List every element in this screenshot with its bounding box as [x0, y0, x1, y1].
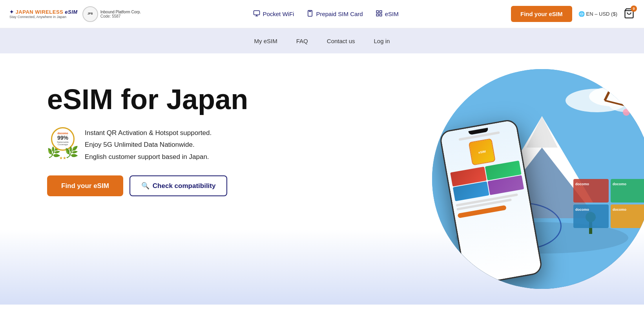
language-selector[interactable]: 🌐 EN – USD ($) [578, 11, 617, 17]
svg-point-18 [614, 88, 623, 97]
svg-rect-0 [254, 11, 260, 15]
sub-nav-my-esim[interactable]: My eSIM [254, 38, 277, 44]
svg-point-16 [634, 108, 642, 115]
hero-section: eSIM for Japan 🌿 docomo 99% NationwideCo… [0, 53, 644, 305]
cart-button[interactable]: 0 [624, 8, 635, 20]
sim-icon [306, 10, 314, 18]
hero-circle-bg: docomo docomo docomo docomo ✈ eSIM [432, 69, 644, 289]
nav-esim-label: eSIM [385, 11, 399, 17]
esim-icon [376, 10, 383, 18]
hero-left: eSIM for Japan 🌿 docomo 99% NationwideCo… [47, 85, 298, 196]
svg-rect-7 [379, 14, 381, 16]
svg-point-17 [623, 109, 630, 116]
svg-point-19 [627, 88, 633, 94]
sub-nav-contact[interactable]: Contact us [327, 38, 355, 44]
search-icon: 🔍 [141, 182, 150, 190]
svg-rect-6 [376, 14, 378, 16]
hero-badge-row: 🌿 docomo 99% NationwideCoverage 🌿 ★★ Ins… [47, 127, 298, 163]
sub-nav-faq[interactable]: FAQ [296, 38, 308, 44]
partner-badge-circle: JPB [82, 6, 98, 22]
esim-chip: eSIM [468, 138, 496, 166]
nav-prepaid-sim-label: Prepaid SIM Card [316, 11, 363, 17]
svg-rect-4 [376, 11, 378, 13]
check-compatibility-button[interactable]: 🔍 Check compatibility [130, 175, 228, 196]
docomo-label: docomo [57, 132, 68, 135]
logo-group: ✦ JAPAN WIRELESS eSIM Stay Connected, An… [9, 6, 141, 22]
docomo-badge: 🌿 docomo 99% NationwideCoverage 🌿 ★★ [47, 127, 78, 159]
svg-text:docomo: docomo [575, 182, 589, 186]
svg-text:docomo: docomo [613, 182, 627, 186]
svg-text:docomo: docomo [613, 208, 627, 212]
partner-code: Code: 5587 [100, 14, 141, 18]
laurel-right-icon: 🌿 [65, 146, 78, 159]
find-esim-hero-button[interactable]: Find your eSIM [47, 175, 123, 196]
nav-pocket-wifi[interactable]: Pocket WiFi [253, 10, 294, 18]
wifi-icon [253, 10, 260, 18]
hero-buttons: Find your eSIM 🔍 Check compatibility [47, 175, 298, 196]
stars: ★★ [59, 156, 66, 160]
right-nav: Find your eSIM 🌐 EN – USD ($) 0 [511, 6, 635, 22]
lang-label: EN – USD ($) [586, 11, 617, 17]
partner-company: Inbound Platform Corp. [100, 10, 141, 14]
globe-icon: 🌐 [578, 11, 585, 17]
partner-badge: JPB Inbound Platform Corp. Code: 5587 [82, 6, 141, 22]
hero-right: docomo docomo docomo docomo ✈ eSIM [424, 53, 644, 305]
check-compat-label: Check compatibility [153, 182, 216, 190]
sub-nav: My eSIM FAQ Contact us Log in [0, 28, 644, 53]
brand-name: ✦ JAPAN WIRELESS eSIM [9, 9, 78, 15]
hero-features: Instant QR Activation & Hotspot supporte… [85, 127, 212, 163]
svg-rect-5 [379, 11, 381, 13]
nav-esim[interactable]: eSIM [376, 10, 399, 18]
center-nav: Pocket WiFi Prepaid SIM Card eSIM [253, 10, 398, 18]
top-nav: ✦ JAPAN WIRELESS eSIM Stay Connected, An… [0, 0, 644, 28]
brand-tagline: Stay Connected, Anywhere in Japan [9, 15, 78, 19]
find-esim-nav-button[interactable]: Find your eSIM [511, 6, 572, 22]
cart-count: 0 [631, 5, 637, 12]
svg-text:docomo: docomo [575, 208, 589, 212]
hero-feature-1: Instant QR Activation & Hotspot supporte… [85, 127, 212, 139]
hero-feature-2: Enjoy 5G Unlimited Data Nationwide. [85, 139, 212, 151]
hero-feature-3: English customer support based in Japan. [85, 151, 212, 163]
sub-nav-login[interactable]: Log in [374, 38, 390, 44]
nav-pocket-wifi-label: Pocket WiFi [263, 11, 294, 17]
hero-title: eSIM for Japan [47, 85, 298, 115]
docomo-pct: 99% [57, 135, 68, 141]
nav-prepaid-sim[interactable]: Prepaid SIM Card [306, 10, 363, 18]
